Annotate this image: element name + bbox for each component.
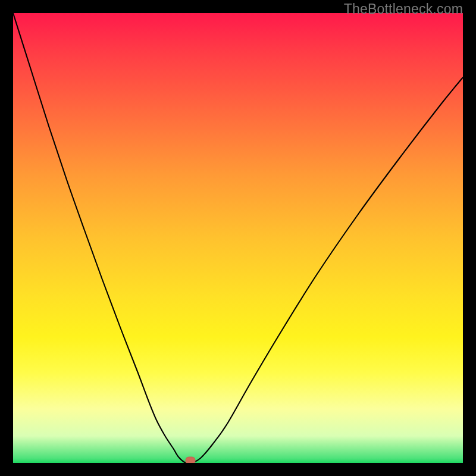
watermark-text: TheBottleneck.com [344,1,463,17]
current-point-marker [186,457,196,464]
bottleneck-curve [13,13,463,463]
chart-frame: TheBottleneck.com [0,0,476,476]
plot-area [13,13,463,463]
